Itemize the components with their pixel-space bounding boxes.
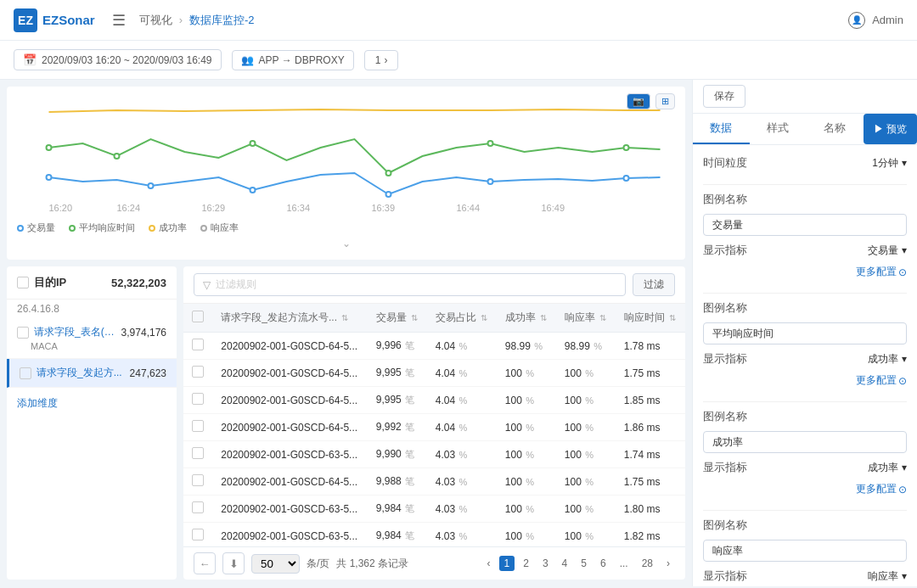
legend-name-label-1: 图例名称 (703, 192, 747, 207)
page-28[interactable]: 28 (637, 556, 658, 571)
chart-legend: 交易量 平均响应时间 成功率 响应率 (17, 221, 675, 234)
grid-button[interactable]: ⊞ (655, 93, 675, 109)
page-1[interactable]: 1 (499, 556, 515, 571)
time-granularity-label: 时间粒度 (703, 155, 747, 171)
logo-text: EZSonar (42, 13, 95, 27)
tab-style[interactable]: 样式 (750, 114, 807, 144)
table-row[interactable]: 20200902-001-G0SCD-63-5... 9,990 笔 4.03 … (183, 441, 685, 468)
download-button[interactable]: ⬇ (222, 552, 245, 574)
page-size-select[interactable]: 50 100 200 (251, 554, 300, 574)
breadcrumb-parent[interactable]: 可视化 (139, 13, 172, 28)
page-4[interactable]: 4 (557, 556, 573, 571)
dim-item-checkbox-0[interactable] (17, 327, 29, 339)
more-config-1[interactable]: 更多配置 ⊙ (703, 265, 907, 279)
breadcrumb-sep: › (179, 14, 183, 26)
legend-dot-transactions (17, 225, 24, 232)
legend-name-input-3[interactable] (703, 431, 907, 453)
td-resp-7: 100 % (556, 523, 616, 547)
app-flow-selector[interactable]: 👥 APP → DBPROXY (232, 50, 354, 70)
calendar-icon: 📅 (23, 53, 37, 66)
indicator-value-2[interactable]: 成功率 ▾ (868, 352, 907, 367)
table-row[interactable]: 20200902-001-G0SCD-64-5... 9,995 笔 4.04 … (183, 387, 685, 414)
td-vol-5: 9,988 笔 (368, 468, 427, 496)
time-granularity-arrow: ▾ (902, 157, 907, 169)
page-6[interactable]: 6 (595, 556, 611, 571)
dim-item-0[interactable]: 请求字段_表名(F... 3,974,176 MACA (7, 318, 177, 359)
menu-icon[interactable]: ☰ (112, 11, 126, 30)
dim-item-val-0: 3,974,176 (121, 327, 166, 339)
td-pct-5: 4.03 % (427, 468, 497, 496)
time-range-text: 2020/09/03 16:20 ~ 2020/09/03 16:49 (42, 54, 212, 66)
logo-icon: EZ (14, 8, 37, 32)
page-3[interactable]: 3 (537, 556, 554, 571)
td-success-7: 100 % (497, 523, 556, 547)
table-row[interactable]: 20200902-001-G0SCD-64-5... 9,992 笔 4.04 … (183, 414, 685, 441)
svg-text:16:39: 16:39 (372, 203, 396, 213)
prev-page[interactable]: ‹ (482, 556, 496, 571)
legend-name-input-1[interactable] (703, 214, 907, 236)
filter-button[interactable]: 过滤 (633, 273, 675, 296)
th-success[interactable]: 成功率 ⇅ (497, 304, 556, 333)
table-row[interactable]: 20200902-001-G0SCD-64-5... 9,988 笔 4.03 … (183, 468, 685, 496)
legend-name-input-2[interactable] (703, 322, 907, 344)
indicator-value-3[interactable]: 成功率 ▾ (868, 461, 907, 475)
dim-checkbox[interactable] (17, 277, 29, 288)
th-vol[interactable]: 交易量 ⇅ (368, 304, 427, 333)
header-right: 👤 Admin (848, 12, 903, 29)
table-row[interactable]: 20200902-001-G0SCD-63-5... 9,984 笔 4.03 … (183, 496, 685, 523)
time-granularity-value[interactable]: 1分钟 ▾ (872, 156, 907, 171)
dim-item-1[interactable]: 请求字段_发起方... 247,623 (7, 359, 177, 388)
td-id-4: 20200902-001-G0SCD-63-5... (212, 441, 367, 468)
th-pct[interactable]: 交易占比 ⇅ (427, 304, 497, 333)
page-5[interactable]: 5 (576, 556, 592, 571)
td-checkbox-0 (183, 333, 212, 360)
tab-name[interactable]: 名称 (807, 114, 864, 144)
time-range-picker[interactable]: 📅 2020/09/03 16:20 ~ 2020/09/03 16:49 (14, 49, 222, 70)
th-time[interactable]: 响应时间 ⇅ (616, 304, 685, 333)
svg-point-5 (624, 145, 629, 150)
dim-item-val-1: 247,623 (130, 367, 166, 379)
td-time-4: 1.74 ms (616, 441, 685, 468)
save-button[interactable]: 保存 (703, 85, 745, 108)
td-vol-2: 9,995 笔 (368, 387, 427, 414)
indicator-text-3: 成功率 (868, 461, 898, 475)
dim-item-label-0: 请求字段_表名(F... (34, 325, 116, 339)
tab-data[interactable]: 数据 (693, 114, 750, 144)
td-success-0: 98.99 % (497, 333, 556, 360)
more-config-2[interactable]: 更多配置 ⊙ (703, 373, 907, 388)
flow-text: APP → DBPROXY (259, 54, 345, 66)
expand-button[interactable]: ⌄ (17, 238, 675, 249)
td-vol-3: 9,992 笔 (368, 414, 427, 441)
more-config-3[interactable]: 更多配置 ⊙ (703, 482, 907, 496)
screenshot-button[interactable]: 📷 (627, 93, 650, 109)
page-2[interactable]: 2 (518, 556, 534, 571)
dim-header: 目的IP 52,322,203 (7, 266, 177, 300)
th-id[interactable]: 请求字段_发起方流水号... ⇅ (212, 304, 367, 333)
next-page[interactable]: › (661, 556, 675, 571)
td-time-3: 1.86 ms (616, 414, 685, 441)
td-time-5: 1.75 ms (616, 468, 685, 496)
svg-point-9 (386, 192, 391, 197)
table-row[interactable]: 20200902-001-G0SCD-63-5... 9,984 笔 4.03 … (183, 523, 685, 547)
filter-placeholder[interactable]: 过滤规则 (216, 277, 616, 292)
legend-label-success-rate: 成功率 (159, 221, 187, 234)
table-row[interactable]: 20200902-001-G0SCD-64-5... 9,996 笔 4.04 … (183, 333, 685, 360)
table-row[interactable]: 20200902-001-G0SCD-64-5... 9,995 笔 4.04 … (183, 360, 685, 387)
indicator-value-4[interactable]: 响应率 ▾ (868, 569, 907, 584)
th-resp[interactable]: 响应率 ⇅ (556, 304, 616, 333)
td-checkbox-2 (183, 387, 212, 414)
svg-text:16:29: 16:29 (202, 203, 226, 213)
indicator-value-1[interactable]: 交易量 ▾ (868, 244, 907, 258)
svg-point-7 (149, 183, 154, 188)
page-button[interactable]: 1 › (364, 50, 399, 70)
indicator-row-1: 显示指标 交易量 ▾ (703, 243, 907, 258)
svg-text:16:34: 16:34 (287, 203, 311, 213)
preview-button[interactable]: ▶ 预览 (864, 114, 917, 144)
right-top: 保存 (693, 80, 917, 114)
legend-name-input-4[interactable] (703, 540, 907, 562)
dim-item-checkbox-1[interactable] (20, 367, 31, 379)
svg-point-2 (250, 141, 256, 146)
indicator-arrow-1: ▾ (902, 244, 907, 256)
back-button[interactable]: ← (194, 552, 216, 574)
add-dimension-button[interactable]: 添加维度 (7, 388, 177, 419)
